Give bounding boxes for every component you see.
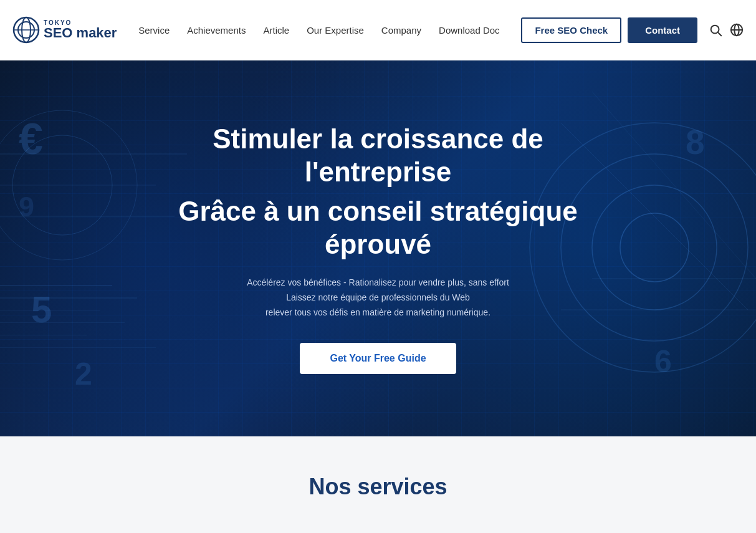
nav-achievements[interactable]: Achievements [187,25,246,36]
nos-services-title: Nos services [12,474,744,500]
site-header: TOKYO SEO maker Service Achievements Art… [0,0,756,60]
language-button[interactable] [730,23,744,37]
svg-line-5 [718,32,721,36]
logo-brand: SEO maker [44,26,117,40]
nav-article[interactable]: Article [263,25,289,36]
hero-title-line2: Grâce à un conseil stratégique éprouvé [154,195,603,261]
hero-subtitle-line1: Accélérez vos bénéfices - Rationalisez p… [247,277,509,287]
search-button[interactable] [709,23,722,37]
search-icon [709,23,722,37]
hero-section: 5 2 8 9 6 € Stimuler la croissance de l'… [0,60,756,436]
get-free-guide-button[interactable]: Get Your Free Guide [300,343,456,374]
nav-company[interactable]: Company [381,25,421,36]
services-section: Nos services [0,436,756,533]
hero-subtitle-line3: relever tous vos défis en matière de mar… [266,307,490,317]
header-icon-group [709,23,744,37]
nav-service[interactable]: Service [138,25,170,36]
header-actions: Free SEO Check Contact [521,17,744,43]
free-seo-check-button[interactable]: Free SEO Check [521,17,621,43]
hero-subtitle: Accélérez vos bénéfices - Rationalisez p… [154,276,603,320]
hero-title-line1: Stimuler la croissance de l'entreprise [154,123,603,189]
nav-our-expertise[interactable]: Our Expertise [307,25,364,36]
logo[interactable]: TOKYO SEO maker [12,16,117,44]
main-nav: Service Achievements Article Our Experti… [138,25,499,36]
contact-button[interactable]: Contact [628,17,697,43]
hero-subtitle-line2: Laissez notre équipe de professionnels d… [286,292,470,302]
globe-icon [730,23,744,37]
hero-content: Stimuler la croissance de l'entreprise G… [129,123,628,374]
nav-download-doc[interactable]: Download Doc [439,25,500,36]
